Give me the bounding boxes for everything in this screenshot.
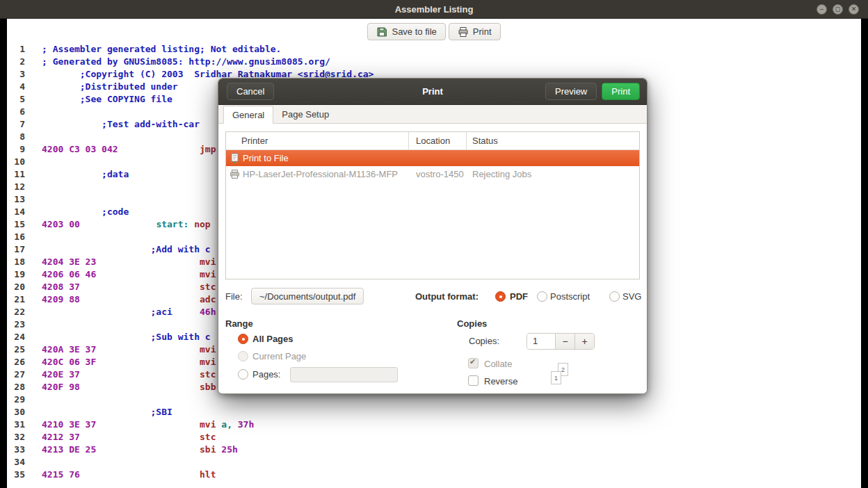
copies-spinner: 1 − + [527,333,595,350]
printer-status: Rejecting Jobs [467,169,639,179]
code-text: 4212 37 stc [42,432,216,442]
dialog-tabs: General Page Setup [218,105,647,124]
token-adr: 25h [221,444,237,455]
token-reg: a, [221,419,232,430]
line-number: 25 [7,344,25,355]
line-number: 30 [7,407,25,417]
code-text: 4203 00 start: nop [42,219,211,229]
line-number: 27 [7,369,25,380]
line-number: 17 [7,244,25,254]
line-number: 13 [7,194,25,204]
printer-name: Print to File [243,153,289,163]
copies-increment-button[interactable]: + [574,334,594,349]
listing-line: 334213 DE 25 sbi 25h [7,443,373,455]
line-number: 10 [7,156,25,167]
cancel-button[interactable]: Cancel [227,83,274,100]
print-toolbar-label: Print [473,26,492,37]
tab-general[interactable]: General [223,106,273,124]
code-text: ;SBI [42,407,172,417]
file-label: File: [225,291,243,302]
printer-row-print-to-file[interactable]: Print to File [226,150,639,166]
save-to-file-label: Save to file [392,26,436,37]
radio-pdf[interactable] [495,291,506,302]
window-title: Assembler Listing [395,4,474,15]
radio-svg[interactable] [609,291,620,302]
line-number: 7 [7,119,25,129]
preview-button[interactable]: Preview [545,83,597,100]
code-text: ;code [42,206,129,217]
code-text: ;Distributed under [42,81,178,92]
printer-row-hp-laserjet[interactable]: HP-LaserJet-Professional-M1136-MFP vostr… [226,166,639,182]
token-cmt: ;code [102,206,129,217]
file-button[interactable]: ~/Documents/output.pdf [251,288,364,304]
close-button[interactable]: ✕ [849,4,859,15]
tab-page-setup[interactable]: Page Setup [273,106,337,124]
printer-location: vostro-1450 [409,169,467,179]
radio-pages-label: Pages: [252,369,280,380]
token-adr: 4212 37 [42,432,80,442]
token-adr: 4204 3E 23 [42,257,96,267]
token-kw: sbi [200,444,216,455]
token-kw: mvi [200,344,216,355]
window-controls: – ◻ ✕ [817,4,859,15]
maximize-button[interactable]: ◻ [833,4,843,15]
minimize-button[interactable]: – [817,4,827,15]
code-text: 4210 3E 37 mvi a, 37h [42,419,254,430]
reverse-checkbox[interactable] [468,375,479,386]
code-text: ;Add with c [42,244,211,254]
token-adr: 420A 3E 37 [42,344,96,355]
token-adr: 4210 3E 37 [42,419,96,430]
token-cmt: ;aci [151,307,172,317]
radio-all-pages[interactable] [238,334,248,344]
code-text: 4213 DE 25 sbi 25h [42,444,238,455]
code-text: 4215 76 hlt [42,469,216,480]
radio-current-page-label: Current Page [252,351,306,361]
radio-svg-label: SVG [622,291,641,302]
code-text: 4204 3E 23 mvi [42,257,216,267]
line-number: 31 [7,419,25,430]
listing-line: 2; Generated by GNUSim8085: http://www.g… [7,55,373,67]
listing-line: 30 ;SBI [7,405,373,418]
code-text: ;aci 46h [42,307,216,317]
column-header-printer[interactable]: Printer [226,132,409,149]
line-number: 23 [7,319,25,330]
range-heading: Range [225,318,253,329]
token-cmt: ;SBI [151,407,172,417]
radio-postscript[interactable] [537,291,547,302]
line-number: 6 [7,106,25,117]
dialog-header: Cancel Print Preview Print [218,79,647,105]
code-text: ;Sub with c [42,332,211,342]
copies-decrement-button[interactable]: − [555,334,574,349]
token-kw: sbb [200,382,216,392]
collate-preview-page-1: 1 [551,371,561,384]
print-toolbar-button[interactable]: Print [449,23,501,40]
column-header-status[interactable]: Status [467,132,639,149]
token-adr: 37h [238,419,254,430]
line-number: 35 [7,469,25,480]
dialog-body: Printer Location Status Prin [218,124,647,394]
token-kw: mvi [200,257,216,267]
token-cmt: ;Add with c [151,244,211,254]
token-kw: hlt [200,469,216,480]
code-text: 4206 06 46 mvi [42,269,216,279]
line-number: 11 [7,169,25,179]
line-number: 20 [7,282,25,292]
token-kw: mvi [200,419,216,430]
listing-line: 354215 76 hlt [7,468,373,480]
save-to-file-button[interactable]: Save to file [367,23,445,40]
listing-line: 324212 37 stc [7,430,373,443]
reverse-label: Reverse [484,376,517,387]
radio-pages[interactable] [238,369,248,380]
line-number: 2 [7,56,25,67]
print-button[interactable]: Print [602,83,640,100]
line-number: 4 [7,81,25,92]
line-number: 28 [7,382,25,392]
code-text: 420C 06 3F mvi [42,357,216,367]
copies-input[interactable]: 1 [527,334,555,349]
collate-label: Collate [484,359,512,369]
token-kw: stc [200,432,216,442]
column-header-location[interactable]: Location [409,132,467,149]
line-number: 19 [7,269,25,279]
pages-input[interactable] [290,367,398,382]
line-number: 29 [7,394,25,405]
